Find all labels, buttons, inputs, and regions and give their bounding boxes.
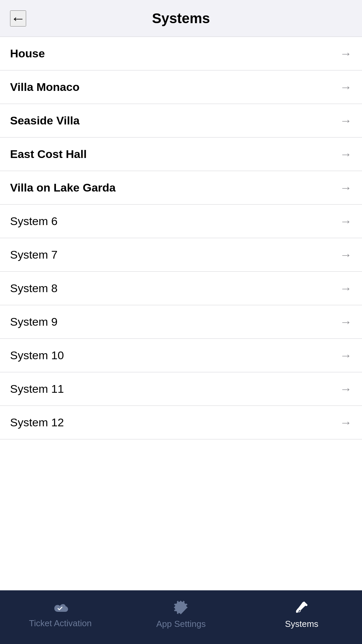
chevron-right-icon: → <box>340 315 352 329</box>
tab-app-settings-label: App Settings <box>156 619 205 629</box>
list-item-label: System 6 <box>10 215 58 228</box>
list-item-label: System 7 <box>10 248 58 261</box>
systems-list: House→Villa Monaco→Seaside Villa→East Co… <box>0 37 362 590</box>
list-item-label: Seaside Villa <box>10 114 79 127</box>
list-item[interactable]: Villa Monaco→ <box>0 70 362 104</box>
list-item-label: System 12 <box>10 416 64 429</box>
wrench-icon <box>293 599 310 616</box>
chevron-right-icon: → <box>340 147 352 161</box>
list-item[interactable]: Seaside Villa→ <box>0 104 362 138</box>
list-item-label: East Cost Hall <box>10 148 87 161</box>
list-item[interactable]: System 8→ <box>0 272 362 305</box>
chevron-right-icon: → <box>340 214 352 228</box>
list-item[interactable]: Villa on Lake Garda→ <box>0 171 362 205</box>
chevron-right-icon: → <box>340 181 352 195</box>
tab-systems-label: Systems <box>285 619 318 629</box>
chevron-right-icon: → <box>340 47 352 61</box>
chevron-right-icon: → <box>340 248 352 262</box>
back-button[interactable]: ← <box>10 10 26 26</box>
list-item-label: System 9 <box>10 315 58 328</box>
tab-systems[interactable]: Systems <box>241 599 362 629</box>
list-item-label: House <box>10 47 45 60</box>
tab-ticket-activation-label: Ticket Activation <box>29 618 92 629</box>
header: ← Systems <box>0 0 362 37</box>
cloud-check-icon <box>50 599 70 615</box>
list-item[interactable]: System 9→ <box>0 305 362 339</box>
list-item-label: System 8 <box>10 282 58 295</box>
list-item[interactable]: System 12→ <box>0 406 362 439</box>
list-item[interactable]: House→ <box>0 37 362 70</box>
chevron-right-icon: → <box>340 416 352 430</box>
list-item-label: System 10 <box>10 349 64 362</box>
chevron-right-icon: → <box>340 281 352 296</box>
list-item[interactable]: East Cost Hall→ <box>0 138 362 171</box>
list-item[interactable]: System 11→ <box>0 372 362 406</box>
list-item-label: System 11 <box>10 382 64 395</box>
list-item[interactable]: System 6→ <box>0 205 362 238</box>
chevron-right-icon: → <box>340 114 352 128</box>
tab-app-settings[interactable]: App Settings <box>121 599 241 629</box>
gear-icon <box>172 599 190 616</box>
list-item-label: Villa Monaco <box>10 80 79 94</box>
chevron-right-icon: → <box>340 348 352 363</box>
list-item[interactable]: System 10→ <box>0 339 362 372</box>
tab-bar: Ticket Activation App Settings Systems <box>0 590 362 644</box>
svg-point-3 <box>296 611 298 613</box>
tab-ticket-activation[interactable]: Ticket Activation <box>0 599 121 629</box>
chevron-right-icon: → <box>340 80 352 94</box>
chevron-right-icon: → <box>340 382 352 396</box>
page-title: Systems <box>152 10 210 26</box>
list-item[interactable]: System 7→ <box>0 238 362 272</box>
list-item-label: Villa on Lake Garda <box>10 181 116 194</box>
